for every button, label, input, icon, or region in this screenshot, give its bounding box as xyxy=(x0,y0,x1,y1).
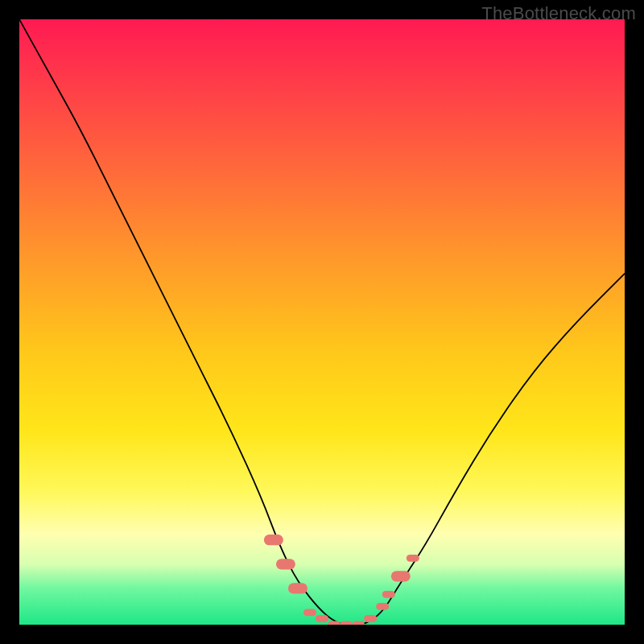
chart-marker xyxy=(391,571,411,581)
chart-marker xyxy=(276,559,295,569)
chart-marker xyxy=(382,591,395,598)
chart-marker xyxy=(352,621,365,625)
chart-markers xyxy=(264,535,419,625)
bottleneck-chart xyxy=(19,19,625,625)
chart-marker xyxy=(407,555,419,562)
chart-marker xyxy=(364,615,377,622)
chart-marker xyxy=(264,535,283,545)
chart-marker xyxy=(328,621,341,625)
chart-marker xyxy=(303,609,316,617)
chart-marker xyxy=(316,615,328,622)
chart-marker xyxy=(340,621,353,625)
chart-marker xyxy=(376,603,389,610)
chart-marker xyxy=(288,583,308,593)
bottleneck-curve-line xyxy=(19,19,625,625)
